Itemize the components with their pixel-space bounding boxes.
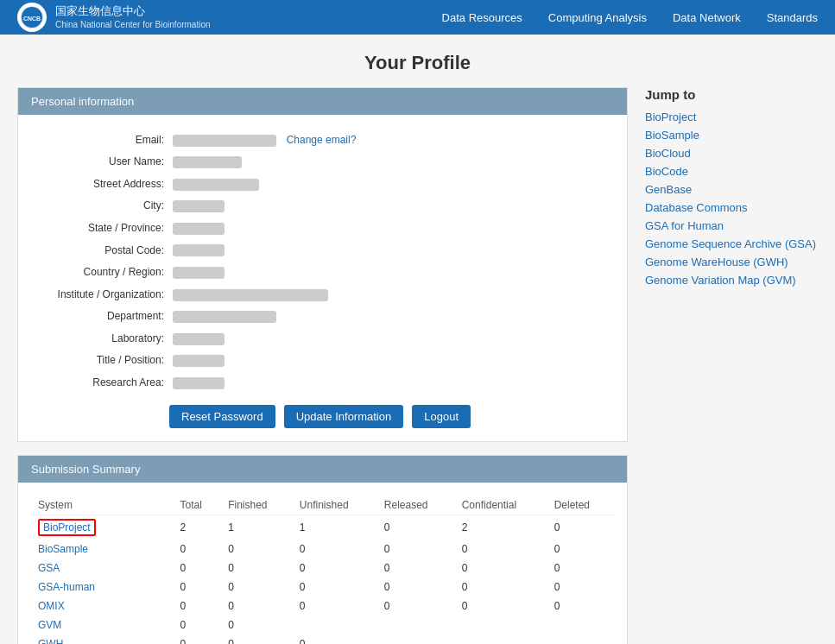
list-item: Database Commons (645, 201, 818, 214)
logo-area: CNCB 国家生物信息中心 China National Center for … (17, 3, 211, 32)
system-cell: GSA (31, 559, 173, 578)
gsa-link[interactable]: GSA (38, 562, 60, 574)
personal-info-section: Personal information Email: Change email… (17, 87, 628, 442)
system-cell: BioProject (31, 515, 173, 540)
username-value (173, 156, 242, 168)
gwh-link[interactable]: GWH (38, 638, 63, 644)
email-value-cell: Change email? (173, 129, 612, 150)
jump-biosample[interactable]: BioSample (645, 129, 699, 142)
list-item: BioSample (645, 129, 818, 142)
col-confidential: Confidential (455, 496, 547, 515)
col-system: System (31, 496, 173, 515)
state-value (173, 223, 225, 235)
jump-bioproject[interactable]: BioProject (645, 110, 696, 123)
title-value (173, 355, 225, 367)
nav-data-resources[interactable]: Data Resources (442, 11, 522, 24)
street-row: Street Address: (33, 174, 612, 194)
svg-text:CNCB: CNCB (23, 16, 41, 22)
country-label: Country / Region: (33, 262, 171, 282)
submission-header-row: System Total Finished Unfinished Release… (31, 496, 614, 515)
jump-gwh[interactable]: Genome WareHouse (GWH) (645, 256, 788, 268)
title-label: Title / Position: (33, 350, 171, 371)
biosample-link[interactable]: BioSample (38, 543, 88, 555)
table-row: BioSample 0 0 0 0 0 0 (31, 540, 614, 559)
col-unfinished: Unfinished (293, 496, 377, 515)
system-cell: OMIX (31, 597, 173, 616)
omix-link[interactable]: OMIX (38, 600, 65, 612)
nav-computing-analysis[interactable]: Computing Analysis (548, 11, 647, 24)
laboratory-value (173, 333, 225, 345)
col-released: Released (377, 496, 455, 515)
list-item: Genome Variation Map (GVM) (645, 274, 818, 287)
city-label: City: (33, 196, 171, 217)
username-row: User Name: (33, 152, 612, 173)
laboratory-label: Laboratory: (33, 328, 171, 349)
table-row: GSA-human 0 0 0 0 0 0 (31, 578, 614, 597)
institute-value (173, 289, 328, 301)
header: CNCB 国家生物信息中心 China National Center for … (0, 0, 835, 35)
table-row: GSA 0 0 0 0 0 0 (31, 559, 614, 578)
logo-text: 国家生物信息中心 China National Center for Bioin… (55, 4, 211, 30)
email-row: Email: Change email? (33, 129, 612, 150)
jump-database-commons[interactable]: Database Commons (645, 201, 748, 214)
nav-data-network[interactable]: Data Network (673, 11, 741, 24)
table-row: OMIX 0 0 0 0 0 0 (31, 597, 614, 616)
list-item: BioProject (645, 110, 818, 123)
released-cell: 0 (377, 515, 455, 540)
unfinished-cell: 1 (293, 515, 377, 540)
table-row: GWH 0 0 0 (31, 635, 614, 644)
bioproject-link[interactable]: BioProject (38, 519, 96, 536)
jump-gsa[interactable]: Genome Sequence Archive (GSA) (645, 237, 816, 250)
table-row: GVM 0 0 (31, 616, 614, 635)
jump-biocode[interactable]: BioCode (645, 165, 688, 178)
nav-standards[interactable]: Standards (767, 11, 818, 24)
change-email-link[interactable]: Change email? (287, 134, 357, 146)
list-item: GenBase (645, 183, 818, 196)
jump-to-links: BioProject BioSample BioCloud BioCode Ge… (645, 110, 818, 287)
submission-table: System Total Finished Unfinished Release… (31, 496, 614, 644)
postal-row: Postal Code: (33, 240, 612, 261)
research-row: Research Area: (33, 372, 612, 393)
email-label: Email: (33, 129, 171, 150)
list-item: GSA for Human (645, 219, 818, 232)
system-cell: BioSample (31, 540, 173, 559)
gvm-link[interactable]: GVM (38, 619, 61, 631)
laboratory-row: Laboratory: (33, 328, 612, 349)
jump-genbase[interactable]: GenBase (645, 183, 692, 196)
main-layout: Personal information Email: Change email… (0, 87, 835, 644)
logout-button[interactable]: Logout (412, 405, 471, 428)
col-deleted: Deleted (547, 496, 614, 515)
finished-cell: 1 (221, 515, 293, 540)
submission-table-body: BioProject 2 1 1 0 2 0 BioSample 0 (31, 515, 614, 644)
jump-to-title: Jump to (645, 87, 818, 102)
institute-label: Institute / Organization: (33, 284, 171, 305)
reset-password-button[interactable]: Reset Password (169, 405, 275, 428)
list-item: BioCode (645, 165, 818, 178)
logo-icon: CNCB (17, 3, 47, 32)
list-item: Genome Sequence Archive (GSA) (645, 237, 818, 250)
institute-row: Institute / Organization: (33, 284, 612, 305)
research-value (173, 377, 225, 389)
username-label: User Name: (33, 152, 171, 173)
col-total: Total (173, 496, 221, 515)
jump-gsa-human[interactable]: GSA for Human (645, 219, 724, 232)
gsa-human-link[interactable]: GSA-human (38, 581, 95, 593)
action-buttons: Reset Password Update Information Logout (31, 405, 614, 428)
country-row: Country / Region: (33, 262, 612, 282)
left-column: Personal information Email: Change email… (17, 87, 628, 644)
submission-table-head: System Total Finished Unfinished Release… (31, 496, 614, 515)
system-cell: GWH (31, 635, 173, 644)
jump-gvm[interactable]: Genome Variation Map (GVM) (645, 274, 796, 287)
jump-biocloud[interactable]: BioCloud (645, 147, 691, 160)
page-title: Your Profile (0, 52, 835, 74)
research-label: Research Area: (33, 372, 171, 393)
personal-info-body: Email: Change email? User Name: Street A… (18, 115, 627, 441)
submission-summary-body: System Total Finished Unfinished Release… (18, 483, 627, 644)
system-cell: GSA-human (31, 578, 173, 597)
city-row: City: (33, 196, 612, 217)
department-label: Department: (33, 306, 171, 327)
profile-table: Email: Change email? User Name: Street A… (31, 128, 614, 395)
street-value (173, 179, 259, 191)
update-information-button[interactable]: Update Information (284, 405, 404, 428)
state-label: State / Province: (33, 218, 171, 238)
